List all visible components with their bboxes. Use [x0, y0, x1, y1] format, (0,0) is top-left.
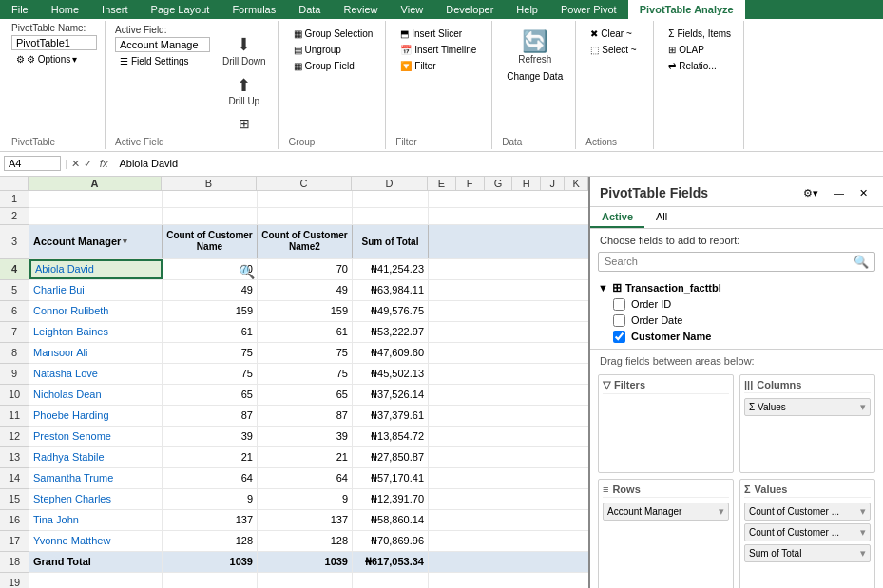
cell-c8[interactable]: 75 [258, 343, 353, 363]
order-date-checkbox[interactable] [613, 314, 625, 327]
cell-rest6[interactable] [429, 301, 588, 321]
cell-b14[interactable]: 64 [163, 468, 258, 488]
row-num-2[interactable]: 2 [0, 208, 29, 225]
tab-home[interactable]: Home [40, 0, 90, 19]
cell-d6[interactable]: ₦49,576.75 [353, 301, 429, 321]
cell-rest9[interactable] [429, 364, 588, 384]
pt-close-button[interactable]: ✕ [854, 184, 873, 202]
ungroup-button[interactable]: ▤ Ungroup [289, 43, 346, 57]
cell-a16[interactable]: Tina John [29, 510, 163, 530]
search-icon[interactable]: 🔍 [239, 264, 255, 279]
row-num-15[interactable]: 15 [0, 489, 29, 510]
options-button[interactable]: ⚙ ⚙ Options ▾ [11, 52, 97, 66]
cell-reference-box[interactable] [4, 156, 61, 171]
cell-rest7[interactable] [429, 322, 588, 342]
cell-a18[interactable]: Grand Total [29, 552, 163, 572]
cell-rest5[interactable] [429, 280, 588, 300]
cell-c14[interactable]: 64 [258, 468, 353, 488]
group-field-button[interactable]: ▦ Group Field [289, 59, 359, 73]
cell-b17[interactable]: 128 [163, 531, 258, 551]
cell-a5[interactable]: Charlie Bui [29, 280, 163, 300]
clear-button[interactable]: ✖ Clear ~ [585, 27, 637, 41]
cell-c7[interactable]: 61 [258, 322, 353, 342]
cell-d14[interactable]: ₦57,170.41 [353, 468, 429, 488]
cell-d13[interactable]: ₦27,850.87 [353, 447, 429, 467]
cell-b6[interactable]: 159 [163, 301, 258, 321]
cell-c17[interactable]: 128 [258, 531, 353, 551]
col-header-j[interactable]: J [541, 177, 565, 190]
refresh-button[interactable]: 🔄 Refresh [513, 27, 556, 67]
cell-b3[interactable]: Count of CustomerName [163, 225, 258, 258]
cell-rest11[interactable] [429, 406, 588, 426]
customer-name-checkbox[interactable] [613, 331, 625, 343]
tab-developer[interactable]: Developer [434, 0, 505, 19]
cell-d5[interactable]: ₦63,984.11 [353, 280, 429, 300]
cell-b13[interactable]: 21 [163, 447, 258, 467]
cell-b8[interactable]: 75 [163, 343, 258, 363]
cell-a6[interactable]: Connor Rulibeth [29, 301, 163, 321]
columns-item-dropdown[interactable]: ▾ [860, 401, 866, 413]
cell-b9[interactable]: 75 [163, 364, 258, 384]
tab-insert[interactable]: Insert [90, 0, 140, 19]
field-settings-button[interactable]: ☰ Field Settings [115, 54, 210, 68]
cell-b18[interactable]: 1039 [163, 552, 258, 572]
cell-b4[interactable]: 70 🔍 [163, 259, 258, 279]
cell-rest15[interactable] [429, 489, 588, 509]
tab-power-pivot[interactable]: Power Pivot [549, 0, 628, 19]
insert-timeline-button[interactable]: 📅 Insert Timeline [395, 43, 481, 57]
cell-b11[interactable]: 87 [163, 406, 258, 426]
cell-c16[interactable]: 137 [258, 510, 353, 530]
select-button[interactable]: ⬚ Select ~ [585, 43, 641, 57]
cell-c12[interactable]: 39 [258, 427, 353, 446]
cell-d2[interactable] [353, 208, 429, 224]
cell-a10[interactable]: Nicholas Dean [29, 385, 163, 405]
row-num-10[interactable]: 10 [0, 385, 29, 406]
tab-view[interactable]: View [390, 0, 435, 19]
cell-c18[interactable]: 1039 [258, 552, 353, 572]
cancel-icon[interactable]: ✕ [71, 158, 80, 170]
cell-c4[interactable]: 70 [258, 259, 353, 279]
cell-rest16[interactable] [429, 510, 588, 530]
cell-rest17[interactable] [429, 531, 588, 551]
cell-b1[interactable] [163, 191, 258, 207]
filter-dropdown-icon[interactable]: ▾ [123, 237, 127, 246]
tab-file[interactable]: File [0, 0, 40, 19]
values-item1-dropdown[interactable]: ▾ [860, 505, 866, 518]
cell-b15[interactable]: 9 [163, 489, 258, 509]
cell-rest12[interactable] [429, 427, 588, 446]
cell-a13[interactable]: Radhya Stabile [29, 447, 163, 467]
row-num-13[interactable]: 13 [0, 447, 29, 468]
expand-collapse-button[interactable]: ⊞ [227, 113, 261, 135]
cell-a9[interactable]: Natasha Love [29, 364, 163, 384]
cell-c13[interactable]: 21 [258, 447, 353, 467]
cell-b5[interactable]: 49 [163, 280, 258, 300]
cell-rest19[interactable] [429, 573, 588, 588]
values-item2-dropdown[interactable]: ▾ [860, 526, 866, 539]
cell-a8[interactable]: Mansoor Ali [29, 343, 163, 363]
cell-b2[interactable] [163, 208, 258, 224]
cell-c3[interactable]: Count of CustomerName2 [258, 225, 353, 258]
cell-c11[interactable]: 87 [258, 406, 353, 426]
row-num-9[interactable]: 9 [0, 364, 29, 385]
cell-a14[interactable]: Samantha Trume [29, 468, 163, 488]
filter-button[interactable]: 🔽 Filter [395, 59, 440, 73]
formula-input[interactable] [115, 157, 879, 170]
tab-page-layout[interactable]: Page Layout [140, 0, 221, 19]
col-header-b[interactable]: B [162, 177, 257, 190]
pivottable-name-input[interactable] [11, 35, 97, 50]
cell-a17[interactable]: Yvonne Matthew [29, 531, 163, 551]
expand-icon[interactable]: ▼ [598, 282, 608, 294]
change-data-button[interactable]: Change Data [502, 69, 567, 84]
confirm-icon[interactable]: ✓ [84, 158, 92, 170]
pt-settings-button[interactable]: ⚙▾ [797, 184, 824, 202]
cell-d9[interactable]: ₦45,502.13 [353, 364, 429, 384]
cell-rest13[interactable] [429, 447, 588, 467]
pt-minimize-button[interactable]: — [828, 184, 850, 202]
cell-c2[interactable] [258, 208, 353, 224]
row-num-6[interactable]: 6 [0, 301, 29, 322]
cell-a1[interactable] [29, 191, 163, 207]
row-num-12[interactable]: 12 [0, 427, 29, 447]
row-num-17[interactable]: 17 [0, 531, 29, 552]
cell-d18[interactable]: ₦617,053.34 [353, 552, 429, 572]
cell-d17[interactable]: ₦70,869.96 [353, 531, 429, 551]
